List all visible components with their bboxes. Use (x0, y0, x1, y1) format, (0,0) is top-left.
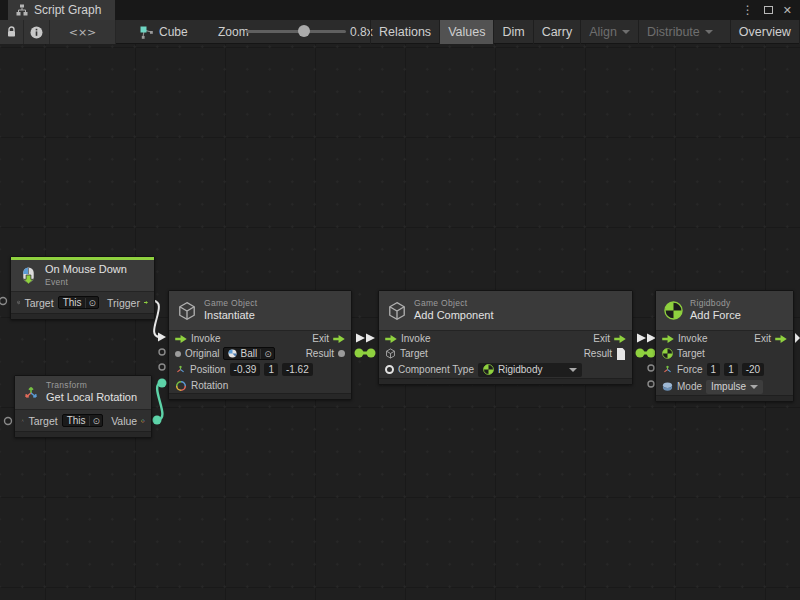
node-header[interactable]: Game Object Instantiate (169, 291, 351, 331)
tab-title: Script Graph (34, 3, 101, 17)
node-row: Component Type Rigidbody (379, 361, 632, 378)
distribute-button[interactable]: Distribute (638, 20, 721, 44)
target-label: Target (400, 348, 428, 359)
target-object-field[interactable]: This ⊙ (58, 296, 99, 309)
game-object-icon (177, 301, 197, 321)
node-category: Rigidbody (690, 298, 741, 309)
data-port-out[interactable] (636, 349, 645, 358)
node-row: Invoke Exit (169, 331, 351, 346)
data-port-in[interactable] (367, 349, 376, 358)
target-label: Target (24, 297, 53, 309)
node-get-local-rotation[interactable]: Transform Get Local Rotation Target This… (14, 375, 152, 438)
exit-label: Exit (312, 333, 329, 344)
node-header[interactable]: Game Object Add Component (379, 291, 632, 331)
node-footer (15, 431, 151, 437)
port-glr-target[interactable] (5, 418, 12, 425)
node-footer (656, 395, 793, 401)
node-on-mouse-down[interactable]: On Mouse Down Event Target This ⊙ Trigge… (10, 256, 155, 320)
position-axes-icon (175, 364, 186, 375)
force-x-field[interactable]: 1 (707, 363, 721, 376)
force-y-field[interactable]: 1 (724, 363, 738, 376)
graph-breadcrumb[interactable]: Cube (140, 20, 188, 44)
rigidbody-icon (662, 348, 673, 359)
component-type-port-icon[interactable] (385, 365, 394, 374)
flow-arrow-icon[interactable] (385, 335, 397, 343)
port-inst-position[interactable] (159, 364, 165, 370)
port-inst-original[interactable] (159, 349, 165, 355)
value-port-icon (175, 351, 181, 357)
position-x-field[interactable]: -0.39 (230, 363, 261, 376)
result-label: Result (306, 348, 334, 359)
node-add-force[interactable]: Rigidbody Add Force Invoke Exit (655, 290, 794, 402)
node-row: Target Result (379, 346, 632, 361)
info-button[interactable] (24, 20, 50, 44)
invoke-label: Invoke (401, 333, 430, 344)
flow-arrow-icon[interactable] (175, 335, 187, 343)
data-port-out[interactable] (153, 416, 162, 425)
flow-arrow-icon[interactable] (662, 335, 674, 343)
object-picker-icon[interactable]: ⊙ (85, 298, 97, 308)
port-force-force[interactable] (648, 365, 654, 371)
overview-button[interactable]: Overview (730, 20, 799, 44)
mode-value: Impulse (711, 381, 746, 392)
node-category: Game Object (414, 298, 494, 309)
data-port-in[interactable] (158, 379, 167, 388)
flow-port-out[interactable] (795, 333, 800, 343)
node-row: Position -0.39 1 -1.62 (169, 361, 351, 378)
node-add-component[interactable]: Game Object Add Component Invoke Exit Ta (378, 290, 633, 385)
tab-script-graph[interactable]: Script Graph (8, 0, 115, 20)
script-graph-icon (16, 4, 28, 16)
force-z-field[interactable]: -20 (742, 363, 764, 376)
chevron-down-icon (622, 30, 630, 34)
position-y-field[interactable]: 1 (264, 363, 278, 376)
node-header[interactable]: On Mouse Down Event (11, 260, 154, 292)
component-type-label: Component Type (398, 364, 474, 375)
flow-port-out[interactable] (637, 334, 646, 343)
document-icon[interactable] (616, 348, 626, 360)
target-object-field[interactable]: This ⊙ (62, 414, 103, 427)
carry-button[interactable]: Carry (533, 20, 581, 44)
node-row: Invoke Exit (656, 331, 793, 346)
force-axes-icon (662, 364, 673, 375)
flow-arrow-icon[interactable] (614, 335, 626, 343)
flow-arrow-icon[interactable] (333, 335, 345, 343)
graph-canvas[interactable]: On Mouse Down Event Target This ⊙ Trigge… (0, 44, 800, 600)
position-z-field[interactable]: -1.62 (282, 363, 313, 376)
window-menu-icon[interactable]: ⋮ (742, 4, 754, 16)
lock-button[interactable] (0, 20, 24, 44)
component-type-dropdown[interactable]: Rigidbody (478, 363, 582, 377)
original-object-field[interactable]: Ball ⊙ (223, 347, 274, 360)
object-picker-icon[interactable]: ⊙ (89, 416, 101, 426)
code-view-icon: <×> (69, 26, 97, 39)
zoom-slider[interactable] (246, 30, 346, 33)
rigidbody-icon (664, 301, 683, 320)
port-force-mode[interactable] (648, 381, 654, 387)
node-title: On Mouse Down (45, 263, 127, 277)
rotation-icon (141, 415, 145, 427)
close-icon[interactable]: ✕ (783, 5, 792, 16)
data-port-out[interactable] (355, 349, 364, 358)
code-view-toggle[interactable]: <×> (50, 20, 116, 44)
node-subtitle: Event (45, 277, 127, 288)
target-value: This (63, 297, 82, 308)
port-omd-target[interactable] (0, 298, 7, 305)
flow-port-out[interactable] (356, 334, 365, 343)
flow-arrow-icon[interactable] (775, 335, 787, 343)
flow-port-in[interactable] (158, 333, 166, 342)
result-port-icon[interactable] (338, 350, 345, 357)
info-icon (30, 26, 43, 39)
align-button[interactable]: Align (580, 20, 638, 44)
values-button[interactable]: Values (439, 20, 493, 44)
zoom-slider-handle[interactable] (298, 25, 310, 37)
node-header[interactable]: Rigidbody Add Force (656, 291, 793, 331)
maximize-icon[interactable] (764, 6, 773, 14)
flow-port-in[interactable] (366, 334, 375, 343)
object-picker-icon[interactable]: ⊙ (260, 349, 272, 359)
dim-button[interactable]: Dim (493, 20, 532, 44)
node-header[interactable]: Transform Get Local Rotation (15, 376, 151, 410)
node-instantiate[interactable]: Game Object Instantiate Invoke Exit Orig… (168, 290, 352, 400)
flow-arrow-icon[interactable] (144, 298, 148, 307)
mode-dropdown[interactable]: Impulse (706, 380, 763, 394)
node-row: Target This ⊙ Value (15, 410, 151, 431)
relations-button[interactable]: Relations (370, 20, 439, 44)
